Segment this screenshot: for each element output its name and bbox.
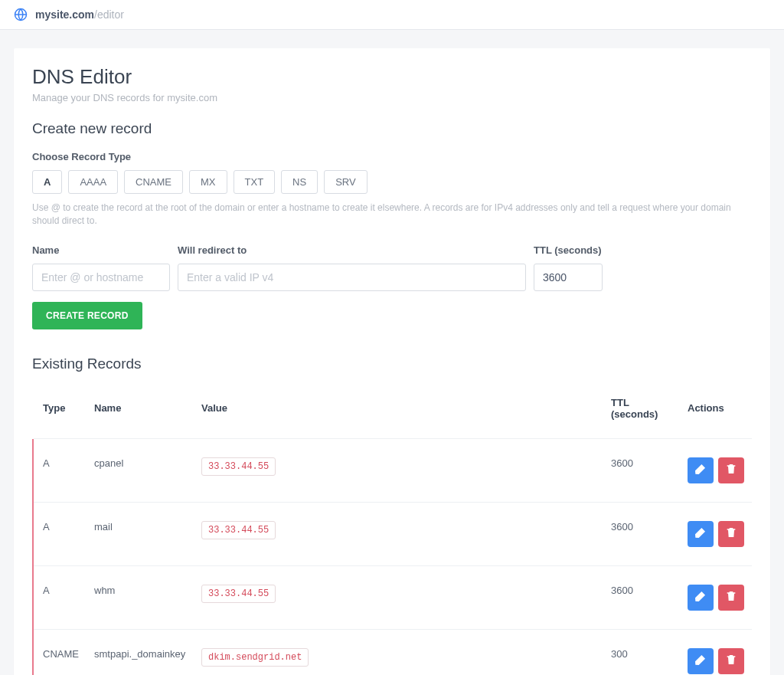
cell-value: 33.33.44.55 bbox=[194, 502, 603, 565]
cell-value: 33.33.44.55 bbox=[194, 438, 603, 502]
value-label: Will redirect to bbox=[178, 244, 526, 256]
cell-value: 33.33.44.55 bbox=[194, 565, 603, 629]
record-type-help: Use @ to create the record at the root o… bbox=[32, 202, 752, 228]
col-header-ttl: TTL (seconds) bbox=[603, 386, 680, 439]
trash-icon bbox=[725, 654, 737, 668]
table-row: Acpanel33.33.44.553600 bbox=[33, 438, 752, 502]
table-row: Amail33.33.44.553600 bbox=[33, 502, 752, 565]
value-tag: dkim.sendgrid.net bbox=[201, 648, 309, 667]
edit-button[interactable] bbox=[688, 585, 714, 611]
ttl-label: TTL (seconds) bbox=[534, 244, 603, 256]
pencil-icon bbox=[694, 590, 707, 605]
record-type-txt[interactable]: TXT bbox=[234, 170, 276, 194]
record-type-aaaa[interactable]: AAAA bbox=[68, 170, 118, 194]
pencil-icon bbox=[694, 526, 707, 541]
delete-button[interactable] bbox=[718, 521, 744, 547]
edit-button[interactable] bbox=[688, 648, 714, 674]
cell-name: cpanel bbox=[87, 438, 194, 502]
col-header-type: Type bbox=[33, 386, 87, 439]
table-row: Awhm33.33.44.553600 bbox=[33, 565, 752, 629]
delete-button[interactable] bbox=[718, 457, 744, 483]
page-subtitle: Manage your DNS records for mysite.com bbox=[32, 92, 752, 103]
cell-type: CNAME bbox=[33, 629, 87, 675]
value-input[interactable] bbox=[178, 264, 526, 291]
trash-icon bbox=[725, 463, 737, 477]
existing-section-title: Existing Records bbox=[32, 356, 752, 372]
record-type-ns[interactable]: NS bbox=[281, 170, 318, 194]
record-type-row: A AAAA CNAME MX TXT NS SRV bbox=[32, 170, 752, 194]
cell-ttl: 300 bbox=[603, 629, 680, 675]
cell-actions bbox=[680, 565, 752, 629]
name-input[interactable] bbox=[32, 264, 170, 291]
pencil-icon bbox=[694, 463, 707, 477]
record-type-mx[interactable]: MX bbox=[189, 170, 227, 194]
create-record-button[interactable]: CREATE RECORD bbox=[32, 302, 142, 329]
cell-ttl: 3600 bbox=[603, 438, 680, 502]
cell-name: mail bbox=[87, 502, 194, 565]
cell-type: A bbox=[33, 438, 87, 502]
record-type-label: Choose Record Type bbox=[32, 151, 752, 162]
cell-type: A bbox=[33, 565, 87, 629]
table-row: CNAMEsmtpapi._domainkeydkim.sendgrid.net… bbox=[33, 629, 752, 675]
create-form-row: Name Will redirect to TTL (seconds) bbox=[32, 244, 752, 291]
page-title: DNS Editor bbox=[32, 65, 752, 89]
cell-actions bbox=[680, 438, 752, 502]
col-header-actions: Actions bbox=[680, 386, 752, 439]
topbar: mysite.com/editor bbox=[0, 0, 784, 30]
delete-button[interactable] bbox=[718, 585, 744, 611]
col-header-value: Value bbox=[194, 386, 603, 439]
cell-name: whm bbox=[87, 565, 194, 629]
name-label: Name bbox=[32, 244, 170, 256]
value-tag: 33.33.44.55 bbox=[201, 585, 276, 603]
delete-button[interactable] bbox=[718, 648, 744, 674]
pencil-icon bbox=[694, 654, 707, 668]
value-tag: 33.33.44.55 bbox=[201, 521, 276, 539]
trash-icon bbox=[725, 526, 737, 541]
create-section-title: Create new record bbox=[32, 120, 752, 137]
record-type-cname[interactable]: CNAME bbox=[124, 170, 183, 194]
edit-button[interactable] bbox=[688, 457, 714, 483]
breadcrumb: mysite.com/editor bbox=[35, 8, 124, 21]
ttl-input[interactable] bbox=[534, 264, 603, 291]
record-type-srv[interactable]: SRV bbox=[324, 170, 368, 194]
cell-actions bbox=[680, 502, 752, 565]
record-type-a[interactable]: A bbox=[32, 170, 62, 194]
cell-value: dkim.sendgrid.net bbox=[194, 629, 603, 675]
cell-type: A bbox=[33, 502, 87, 565]
value-tag: 33.33.44.55 bbox=[201, 457, 276, 476]
edit-button[interactable] bbox=[688, 521, 714, 547]
cell-ttl: 3600 bbox=[603, 565, 680, 629]
cell-name: smtpapi._domainkey bbox=[87, 629, 194, 675]
records-table: Type Name Value TTL (seconds) Actions Ac… bbox=[32, 386, 752, 675]
col-header-name: Name bbox=[87, 386, 194, 439]
globe-icon bbox=[14, 8, 28, 21]
cell-ttl: 3600 bbox=[603, 502, 680, 565]
cell-actions bbox=[680, 629, 752, 675]
trash-icon bbox=[725, 590, 737, 605]
main-card: DNS Editor Manage your DNS records for m… bbox=[14, 48, 770, 675]
breadcrumb-domain: mysite.com bbox=[35, 8, 94, 21]
breadcrumb-page: editor bbox=[97, 8, 124, 21]
